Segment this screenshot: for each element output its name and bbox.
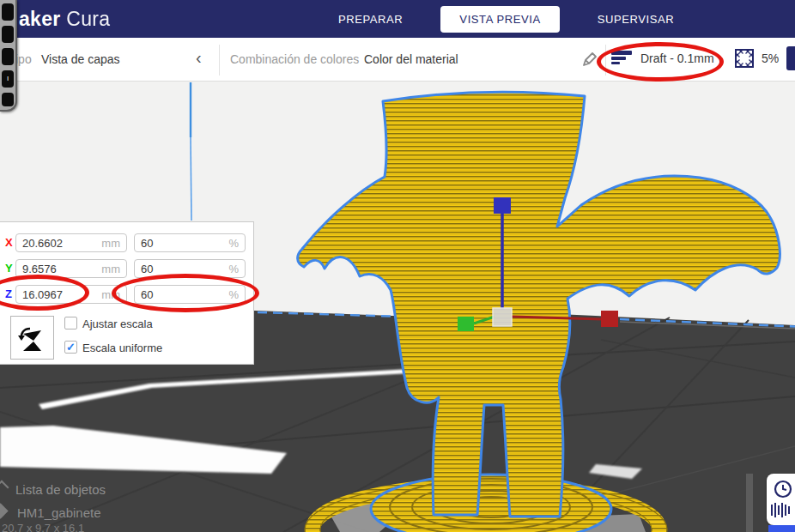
scale-z-mm-unit: mm [101, 288, 120, 301]
print-estimate-panel[interactable] [767, 474, 795, 525]
keyboard-key [2, 26, 14, 43]
infill-chip[interactable]: 5% [734, 48, 779, 69]
logo-bold: aker [19, 8, 61, 30]
infill-density-value: 5% [762, 48, 779, 69]
scale-x-percent-unit: % [228, 237, 239, 250]
scale-x-mm-field[interactable]: 20.6602 mm [15, 233, 127, 252]
checkbox-label: Ajustar escala [82, 317, 153, 330]
slice-action-bar[interactable] [768, 525, 795, 532]
app-logo: aker Cura [19, 8, 110, 31]
scale-y-mm-value: 9.6576 [22, 263, 57, 275]
checkbox-box[interactable] [64, 317, 77, 329]
scale-z-mm-value: 16.0967 [22, 288, 63, 301]
pencil-icon[interactable] [582, 51, 598, 67]
keyboard-key [2, 3, 14, 21]
scale-x-mm-value: 20.6602 [22, 237, 63, 250]
scale-reset-icon [11, 317, 53, 359]
toolbar-separator-2 [605, 45, 606, 76]
clock-icon [773, 479, 793, 499]
header-bar: aker Cura PREPARAR VISTA PREVIA SUPERVIS… [0, 0, 795, 38]
scale-y-mm-field[interactable]: 9.6576 mm [15, 259, 127, 278]
scale-handle-y-axis[interactable] [458, 317, 474, 331]
scale-z-percent-unit: % [228, 288, 239, 301]
axis-z-label: Z [5, 287, 12, 300]
chevron-left-icon[interactable]: ‹ [196, 49, 202, 66]
view-type-value[interactable]: Vista de capas [41, 52, 120, 66]
profile-label: Draft - 0.1mm [640, 48, 714, 69]
scale-handle-z-axis[interactable] [494, 197, 511, 214]
model-pedestal [371, 475, 611, 532]
keyboard-key: I [2, 70, 14, 88]
scale-handle-x-axis[interactable] [601, 311, 618, 327]
scale-z-percent-value: 60 [141, 288, 153, 301]
view-type-label: ipo [15, 52, 32, 66]
scale-y-percent-value: 60 [141, 263, 153, 275]
printer-icon[interactable] [786, 46, 795, 70]
axis-y-label: Y [5, 262, 13, 275]
scale-z-percent-field[interactable]: 60 % [134, 285, 246, 304]
axis-x-label: X [5, 236, 13, 249]
reset-scale-button[interactable] [10, 316, 54, 360]
stage-tabs: PREPARAR VISTA PREVIA SUPERVISAR [326, 0, 686, 38]
scale-tool-panel: X 20.6602 mm 60 % Y 9.6576 mm 60 % Z [0, 221, 254, 365]
scale-y-percent-field[interactable]: 60 % [134, 259, 246, 278]
keyboard-key [2, 93, 14, 106]
toolbar-separator [219, 45, 220, 76]
object-dimensions: 20.7 x 9.7 x 16.1 [2, 522, 84, 532]
checkbox-box-checked[interactable]: ✓ [64, 341, 77, 354]
barcode-icon [771, 503, 792, 518]
scale-y-percent-unit: % [228, 263, 239, 275]
infill-icon [734, 48, 755, 69]
scale-z-mm-field[interactable]: 16.0967 mm [15, 285, 127, 304]
logo-regular: Cura [66, 8, 110, 30]
layers-icon [611, 51, 632, 66]
cura-window: Lista de objetos HM1_gabinete 20.7 x 9.7… [0, 0, 795, 532]
tab-preparar[interactable]: PREPARAR [326, 6, 415, 33]
object-name[interactable]: HM1_gabinete [17, 505, 101, 520]
keyboard-key [2, 48, 14, 65]
color-scheme-label: Combinación de colores [230, 52, 359, 66]
scale-x-percent-field[interactable]: 60 % [134, 233, 246, 252]
color-scheme-value[interactable]: Color del material [364, 52, 458, 66]
checkbox-label: Escala uniforme [82, 342, 162, 354]
scale-x-percent-value: 60 [141, 237, 153, 250]
view-toolbar: ipo Vista de capas ‹ Combinación de colo… [0, 38, 795, 82]
print-profile-chip[interactable]: Draft - 0.1mm [611, 48, 714, 69]
tab-vista-previa[interactable]: VISTA PREVIA [440, 6, 559, 33]
tab-supervisar[interactable]: SUPERVISAR [586, 6, 687, 33]
scale-handle-center[interactable] [493, 308, 512, 326]
scale-y-mm-unit: mm [101, 263, 120, 275]
object-list-label[interactable]: Lista de objetos [15, 482, 106, 497]
keyboard-overlay: I [0, 0, 17, 112]
scale-x-mm-unit: mm [101, 237, 120, 250]
